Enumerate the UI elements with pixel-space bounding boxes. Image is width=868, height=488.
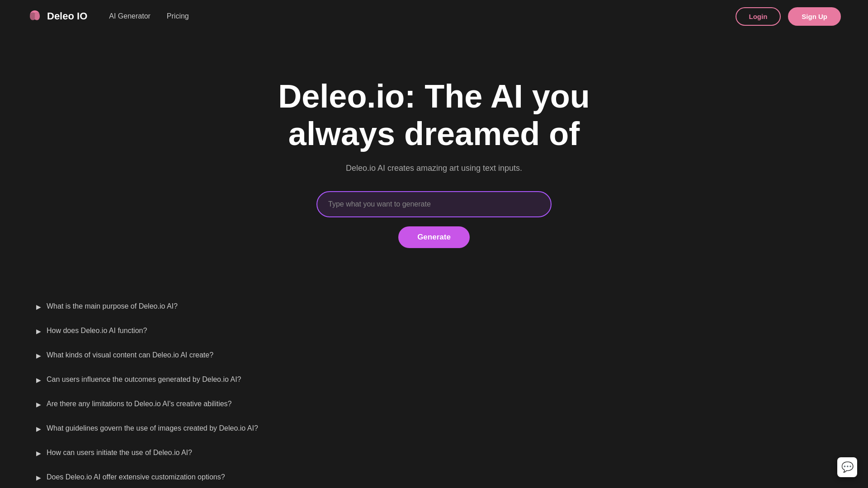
navbar: Deleo IO AI Generator Pricing Login Sign… <box>0 0 868 33</box>
faq-arrow-icon: ▶ <box>36 474 41 481</box>
faq-item[interactable]: ▶How can users initiate the use of Deleo… <box>36 449 506 457</box>
faq-question-text: Can users influence the outcomes generat… <box>47 375 241 384</box>
hero-section: Deleo.io: The AI you always dreamed of D… <box>0 33 868 275</box>
nav-links: AI Generator Pricing <box>109 12 189 20</box>
navbar-right: Login Sign Up <box>736 7 841 26</box>
faq-question-text: What is the main purpose of Deleo.io AI? <box>47 302 178 310</box>
faq-question-text: Are there any limitations to Deleo.io AI… <box>47 400 231 408</box>
faq-section: ▶What is the main purpose of Deleo.io AI… <box>0 275 542 488</box>
signup-button[interactable]: Sign Up <box>788 7 841 26</box>
login-button[interactable]: Login <box>736 7 781 26</box>
faq-arrow-icon: ▶ <box>36 352 41 359</box>
faq-arrow-icon: ▶ <box>36 450 41 457</box>
input-wrapper <box>316 191 552 217</box>
chat-bubble[interactable]: 💬 <box>837 457 857 477</box>
faq-arrow-icon: ▶ <box>36 376 41 384</box>
faq-question-text: How does Deleo.io AI function? <box>47 327 147 335</box>
faq-question-text: Does Deleo.io AI offer extensive customi… <box>47 473 225 481</box>
generate-input[interactable] <box>316 191 552 217</box>
faq-item[interactable]: ▶What kinds of visual content can Deleo.… <box>36 351 506 359</box>
nav-link-ai-generator[interactable]: AI Generator <box>109 12 151 20</box>
faq-question-text: What guidelines govern the use of images… <box>47 424 258 432</box>
faq-arrow-icon: ▶ <box>36 328 41 335</box>
nav-link-pricing[interactable]: Pricing <box>167 12 189 20</box>
faq-item[interactable]: ▶Does Deleo.io AI offer extensive custom… <box>36 473 506 481</box>
faq-question-text: What kinds of visual content can Deleo.i… <box>47 351 213 359</box>
faq-item[interactable]: ▶How does Deleo.io AI function? <box>36 327 506 335</box>
navbar-left: Deleo IO AI Generator Pricing <box>27 9 189 24</box>
hero-title: Deleo.io: The AI you always dreamed of <box>231 78 637 153</box>
chat-icon: 💬 <box>841 461 854 473</box>
logo-text: Deleo IO <box>47 10 87 22</box>
faq-item[interactable]: ▶Can users influence the outcomes genera… <box>36 375 506 384</box>
hero-subtitle: Deleo.io AI creates amazing art using te… <box>346 164 522 173</box>
faq-arrow-icon: ▶ <box>36 401 41 408</box>
logo-icon <box>27 9 42 24</box>
faq-item[interactable]: ▶What is the main purpose of Deleo.io AI… <box>36 302 506 310</box>
faq-arrow-icon: ▶ <box>36 303 41 310</box>
faq-question-text: How can users initiate the use of Deleo.… <box>47 449 192 457</box>
faq-arrow-icon: ▶ <box>36 425 41 432</box>
generate-button[interactable]: Generate <box>398 226 470 248</box>
faq-item[interactable]: ▶Are there any limitations to Deleo.io A… <box>36 400 506 408</box>
logo[interactable]: Deleo IO <box>27 9 87 24</box>
faq-item[interactable]: ▶What guidelines govern the use of image… <box>36 424 506 432</box>
